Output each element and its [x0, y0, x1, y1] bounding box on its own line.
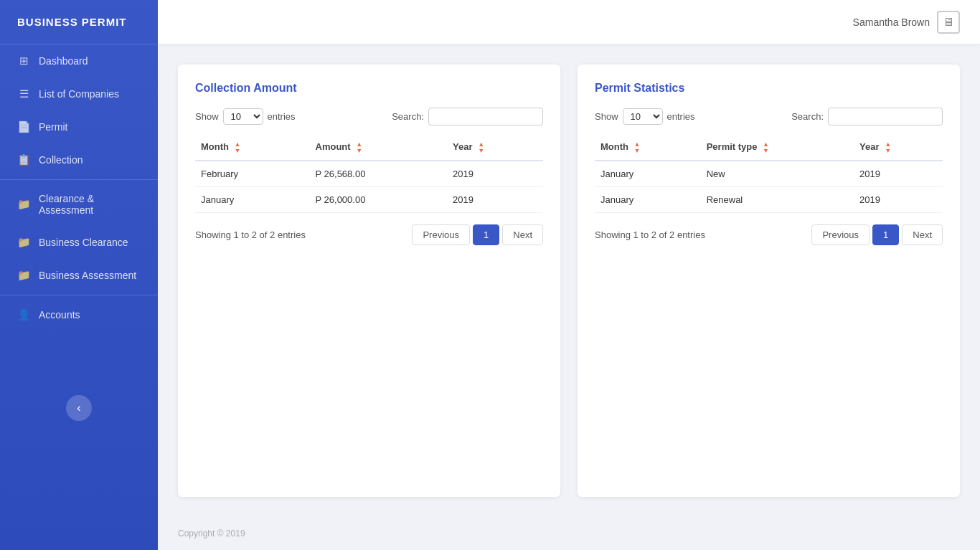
- collection-amount-cell: P 26,568.00: [310, 161, 448, 187]
- sidebar-item-label: Business Assessment: [39, 270, 136, 281]
- collection-page-1-button[interactable]: 1: [473, 224, 499, 245]
- sidebar-item-label: Clearance & Assessment: [39, 193, 141, 216]
- sidebar-item-label: List of Companies: [39, 88, 119, 100]
- copyright-text: Copyright © 2019: [178, 528, 245, 539]
- permit-search-label: Search:: [791, 111, 824, 122]
- collection-table-row: January P 26,000.00 2019: [195, 187, 543, 213]
- user-info: Samantha Brown 🖥: [853, 11, 960, 34]
- collection-pagination-info: Showing 1 to 2 of 2 entries: [195, 229, 306, 240]
- footer: Copyright © 2019: [158, 517, 980, 550]
- business-clearance-icon: 📁: [17, 236, 30, 249]
- collection-table: Month ▲▼ Amount ▲▼ Year ▲▼: [195, 136, 543, 213]
- collection-pagination-buttons: Previous 1 Next: [412, 224, 543, 245]
- permit-month-cell: January: [595, 161, 701, 187]
- permit-next-button[interactable]: Next: [902, 224, 943, 245]
- sidebar-item-dashboard[interactable]: ⊞ Dashboard: [0, 44, 158, 77]
- collection-search-label: Search:: [392, 111, 424, 122]
- sidebar-item-list-of-companies[interactable]: ☰ List of Companies: [0, 77, 158, 110]
- sidebar-item-collection[interactable]: 📋 Collection: [0, 143, 158, 176]
- permit-year-cell: 2019: [854, 187, 943, 213]
- collection-search-input[interactable]: [428, 108, 543, 125]
- collection-next-button[interactable]: Next: [502, 224, 543, 245]
- collection-search-group: Search:: [392, 108, 543, 125]
- permit-icon: 📄: [17, 120, 30, 133]
- sidebar-item-label: Dashboard: [39, 55, 88, 67]
- col-month-permit: Month ▲▼: [595, 136, 701, 161]
- col-year-permit: Year ▲▼: [854, 136, 943, 161]
- collection-year-cell: 2019: [447, 187, 543, 213]
- main-content: Samantha Brown 🖥 Collection Amount Show …: [158, 0, 980, 550]
- username-label: Samantha Brown: [853, 16, 930, 28]
- collection-table-row: February P 26,568.00 2019: [195, 161, 543, 187]
- accounts-icon: 👤: [17, 308, 30, 321]
- collection-card-title: Collection Amount: [195, 82, 543, 95]
- sort-year-permit-icon: ▲▼: [885, 141, 891, 154]
- permit-show-label: Show: [595, 111, 618, 122]
- permit-table-row: January Renewal 2019: [595, 187, 943, 213]
- permit-show-entries: Show 102550100 entries: [595, 108, 695, 125]
- tables-row: Collection Amount Show 102550100 entries…: [178, 65, 960, 497]
- sidebar-item-label: Collection: [39, 154, 83, 166]
- dashboard-icon: ⊞: [17, 54, 30, 67]
- permit-table-controls: Show 102550100 entries Search:: [595, 108, 943, 125]
- col-year: Year ▲▼: [447, 136, 543, 161]
- sidebar-item-accounts[interactable]: 👤 Accounts: [0, 298, 158, 331]
- permit-entries-label: entries: [667, 111, 695, 122]
- permit-card-title: Permit Statistics: [595, 82, 943, 95]
- permit-table-row: January New 2019: [595, 161, 943, 187]
- clearance-icon: 📁: [17, 198, 30, 211]
- sort-amount-icon: ▲▼: [356, 141, 362, 154]
- collection-table-controls: Show 102550100 entries Search:: [195, 108, 543, 125]
- collection-month-cell: January: [195, 187, 310, 213]
- sidebar-item-label: Permit: [39, 121, 67, 133]
- col-month: Month ▲▼: [195, 136, 310, 161]
- list-icon: ☰: [17, 87, 30, 100]
- col-amount: Amount ▲▼: [310, 136, 448, 161]
- permit-pagination-row: Showing 1 to 2 of 2 entries Previous 1 N…: [595, 224, 943, 245]
- collection-pagination-row: Showing 1 to 2 of 2 entries Previous 1 N…: [195, 224, 543, 245]
- permit-type-cell: Renewal: [701, 187, 854, 213]
- sidebar-item-business-clearance[interactable]: 📁 Business Clearance: [0, 226, 158, 259]
- permit-month-cell: January: [595, 187, 701, 213]
- collection-month-cell: February: [195, 161, 310, 187]
- sidebar-item-label: Accounts: [39, 309, 80, 321]
- permit-table: Month ▲▼ Permit type ▲▼ Year ▲▼: [595, 136, 943, 213]
- sort-year-icon: ▲▼: [478, 141, 484, 154]
- sidebar-item-permit[interactable]: 📄 Permit: [0, 110, 158, 143]
- sort-permit-type-icon: ▲▼: [763, 141, 769, 154]
- collection-entries-label: entries: [268, 111, 296, 122]
- collection-amount-cell: P 26,000.00: [310, 187, 448, 213]
- permit-pagination-info: Showing 1 to 2 of 2 entries: [595, 229, 705, 240]
- permit-search-input[interactable]: [828, 108, 943, 125]
- collection-show-label: Show: [195, 111, 219, 122]
- collection-prev-button[interactable]: Previous: [412, 224, 470, 245]
- permit-entries-select[interactable]: 102550100: [623, 108, 663, 125]
- permit-page-1-button[interactable]: 1: [872, 224, 899, 245]
- permit-statistics-card: Permit Statistics Show 102550100 entries…: [578, 65, 960, 497]
- brand-title: BUSINESS PERMIT: [0, 0, 158, 44]
- sort-month-permit-icon: ▲▼: [634, 141, 641, 154]
- sidebar: BUSINESS PERMIT ⊞ Dashboard ☰ List of Co…: [0, 0, 158, 550]
- sidebar-collapse-button[interactable]: ‹: [66, 395, 92, 421]
- collection-amount-card: Collection Amount Show 102550100 entries…: [178, 65, 560, 497]
- business-assessment-icon: 📁: [17, 269, 30, 282]
- permit-pagination-buttons: Previous 1 Next: [811, 224, 943, 245]
- sidebar-item-business-assessment[interactable]: 📁 Business Assessment: [0, 259, 158, 292]
- content-area: Collection Amount Show 102550100 entries…: [158, 44, 980, 517]
- collection-icon: 📋: [17, 153, 30, 166]
- sidebar-item-clearance-assessment[interactable]: 📁 Clearance & Assessment: [0, 183, 158, 226]
- permit-year-cell: 2019: [854, 161, 943, 187]
- permit-type-cell: New: [701, 161, 854, 187]
- topbar: Samantha Brown 🖥: [158, 0, 980, 44]
- collection-year-cell: 2019: [447, 161, 543, 187]
- collection-show-entries: Show 102550100 entries: [195, 108, 296, 125]
- sort-month-icon: ▲▼: [235, 141, 241, 154]
- collection-entries-select[interactable]: 102550100: [223, 108, 263, 125]
- permit-search-group: Search:: [791, 108, 943, 125]
- permit-prev-button[interactable]: Previous: [811, 224, 870, 245]
- sidebar-item-label: Business Clearance: [39, 237, 128, 248]
- user-avatar-icon: 🖥: [937, 11, 960, 34]
- col-permit-type: Permit type ▲▼: [701, 136, 854, 161]
